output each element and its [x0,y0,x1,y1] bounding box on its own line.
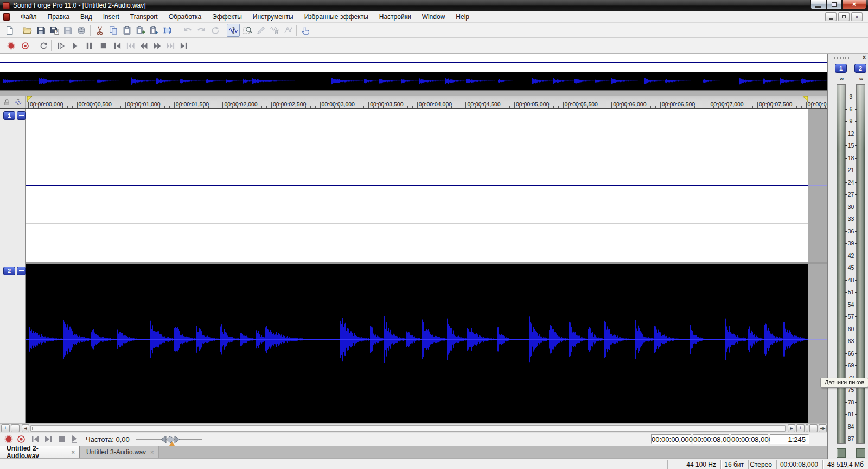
forward-all-button[interactable] [164,39,177,53]
publish-button[interactable] [75,24,88,37]
edit-tool-button[interactable] [227,24,240,37]
undo-button[interactable] [181,24,194,37]
channel-2-waveform-area[interactable] [26,264,808,423]
go-to-end-button[interactable] [177,39,190,53]
menu-item[interactable]: Обработка [163,12,207,22]
scrollbar-thumb[interactable] [30,425,786,432]
record-button[interactable] [4,435,14,445]
save-all-button[interactable] [61,24,74,37]
zoom-ratio-field[interactable]: 1:245 [770,434,809,444]
pause-button[interactable] [82,39,96,53]
close-button[interactable]: × [842,0,866,9]
record-icon [7,42,15,50]
tab-untitled-2[interactable]: Untitled 2-Audio.wav × [0,446,80,458]
lock-icon[interactable] [3,99,10,106]
overview-divider [0,65,827,65]
go-to-start-button[interactable] [31,435,41,445]
menu-item[interactable]: Transport [125,12,163,22]
menu-item[interactable]: Вид [75,12,98,22]
panel-close-icon[interactable]: × [860,54,868,61]
cursor-position-field[interactable]: 00:00:00,000 [651,434,691,444]
meter-channel-2-button[interactable]: 2 [854,64,866,73]
envelope-tool-button[interactable] [282,24,295,37]
selection-length-field[interactable]: 00:00:08,000 [731,434,768,444]
channel-2-button[interactable]: 2 [3,267,15,275]
stop-button[interactable] [97,39,110,53]
save-button[interactable] [34,24,47,37]
menu-item[interactable]: Help [450,12,475,22]
paste-button[interactable] [120,24,133,37]
go-to-end-button[interactable] [44,435,54,445]
play-all-button[interactable] [54,39,68,53]
save-as-button[interactable] [48,24,61,37]
channel-2-collapse-button[interactable] [17,267,26,275]
channel-1-collapse-button[interactable] [17,111,26,120]
pencil-tool-button[interactable] [254,24,267,37]
channel-1-eof-line [808,185,827,186]
zoom-in-button[interactable]: + [796,424,805,432]
menu-item[interactable]: Настройки [374,12,417,22]
restore-button[interactable] [826,0,842,9]
channel-1-gridline [26,149,827,149]
edit-tool-icon[interactable] [15,99,22,106]
arm-record-button[interactable] [18,39,32,53]
menu-item[interactable]: Insert [98,12,125,22]
peak-readout-2: -∞ [854,75,866,81]
selection-end-field[interactable]: 00:00:08,000 [693,434,729,444]
mdi-restore-button[interactable] [838,12,850,21]
loop-playback-button[interactable] [37,39,50,53]
tab-untitled-3[interactable]: Untitled 3-Audio.wav × [80,446,159,458]
repeat-button[interactable] [208,24,221,37]
menu-item[interactable]: Файл [15,12,42,22]
arm-record-button[interactable] [17,435,27,445]
meter-scale-label: 78 [846,396,856,409]
minimize-button[interactable] [810,0,826,9]
scroll-right-button[interactable]: ▸ [788,424,795,432]
mdi-window-controls: × [825,12,863,21]
forward-button[interactable] [151,39,164,53]
overview-channel-1[interactable] [0,54,827,72]
play-normal-button[interactable] [70,435,80,445]
channel-1-button[interactable]: 1 [3,111,15,120]
paste-play-button[interactable] [148,24,161,37]
save-all-icon [63,26,73,35]
menu-item[interactable]: Window [417,12,451,22]
panel-grip[interactable] [834,57,850,59]
new-file-button[interactable] [3,24,16,37]
toolbar-separator [51,40,52,51]
timeline-ruler[interactable]: 00:00:00,00000:00:00,50000:00:01,00000:0… [0,96,827,109]
whats-this-button[interactable] [299,24,312,37]
menu-item[interactable]: Инструменты [247,12,299,22]
zoom-out-button[interactable]: − [809,424,818,432]
event-tool-button[interactable] [268,24,281,37]
menu-item[interactable]: Избранные эффекты [299,12,374,22]
record-button[interactable] [4,39,18,53]
open-button[interactable] [21,24,34,37]
zoom-fit-button[interactable]: ◂▸ [819,424,827,432]
menu-item[interactable]: Эффекты [207,12,247,22]
mdi-close-button[interactable]: × [851,12,863,21]
redo-button[interactable] [195,24,208,37]
zoom-in-time-button[interactable]: + [1,424,10,432]
overview-channel-2-waveform[interactable] [0,72,827,90]
loop-end-marker[interactable] [802,96,808,102]
rewind-all-button[interactable] [124,39,137,53]
rewind-button[interactable] [137,39,150,53]
go-to-start-button[interactable] [111,39,124,53]
magnify-tool-button[interactable] [241,24,254,37]
cut-button[interactable] [93,24,106,37]
menu-item[interactable]: Правка [42,12,75,22]
trim-crop-button[interactable] [161,24,174,37]
stop-button[interactable] [58,435,67,445]
channel-2-eof-area [808,264,827,423]
mdi-minimize-button[interactable] [825,12,837,21]
zoom-handle[interactable] [806,424,808,432]
zoom-out-time-button[interactable]: − [11,424,20,432]
tab-close-icon[interactable]: × [72,449,75,455]
tab-close-icon[interactable]: × [150,449,154,455]
paste-special-button[interactable] [134,24,147,37]
play-button[interactable] [68,39,82,53]
meter-channel-1-button[interactable]: 1 [835,64,847,73]
scroll-left-button[interactable]: ◂ [22,424,29,432]
copy-button[interactable] [107,24,120,37]
